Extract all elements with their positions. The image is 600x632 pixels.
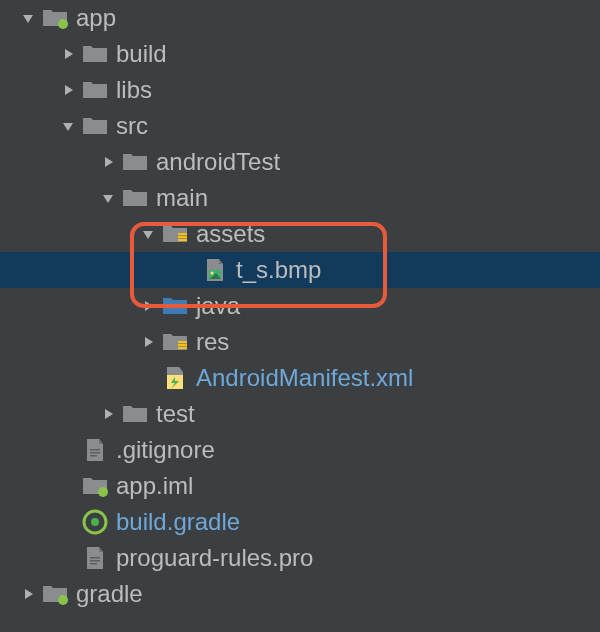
chevron-right-icon[interactable] <box>140 334 156 350</box>
chevron-down-icon[interactable] <box>20 10 36 26</box>
chevron-down-icon[interactable] <box>140 226 156 242</box>
tree-item-java[interactable]: java <box>0 288 600 324</box>
tree-item-libs[interactable]: libs <box>0 72 600 108</box>
tree-item-label: test <box>156 400 195 428</box>
tree-item-label: build <box>116 40 167 68</box>
folder-module-icon <box>42 581 68 607</box>
tree-item-src[interactable]: src <box>0 108 600 144</box>
tree-item-ts-bmp[interactable]: t_s.bmp <box>0 252 600 288</box>
chevron-right-icon[interactable] <box>60 46 76 62</box>
folder-icon <box>82 113 108 139</box>
tree-item-assets[interactable]: assets <box>0 216 600 252</box>
file-icon <box>82 545 108 571</box>
tree-item-label: app <box>76 4 116 32</box>
tree-item-gradle-folder[interactable]: gradle <box>0 576 600 612</box>
tree-item-manifest[interactable]: AndroidManifest.xml <box>0 360 600 396</box>
tree-item-label: proguard-rules.pro <box>116 544 313 572</box>
tree-item-build[interactable]: build <box>0 36 600 72</box>
tree-item-main[interactable]: main <box>0 180 600 216</box>
manifest-file-icon <box>162 365 188 391</box>
tree-item-androidtest[interactable]: androidTest <box>0 144 600 180</box>
module-file-icon <box>82 473 108 499</box>
tree-item-label: assets <box>196 220 265 248</box>
folder-icon <box>122 401 148 427</box>
tree-item-label: androidTest <box>156 148 280 176</box>
tree-item-label: res <box>196 328 229 356</box>
tree-item-label: java <box>196 292 240 320</box>
image-file-icon <box>202 257 228 283</box>
tree-item-label: build.gradle <box>116 508 240 536</box>
tree-item-res[interactable]: res <box>0 324 600 360</box>
tree-item-label: .gitignore <box>116 436 215 464</box>
tree-item-label: gradle <box>76 580 143 608</box>
tree-item-build-gradle[interactable]: build.gradle <box>0 504 600 540</box>
chevron-right-icon[interactable] <box>100 406 116 422</box>
tree-item-label: libs <box>116 76 152 104</box>
folder-icon <box>82 41 108 67</box>
tree-item-label: app.iml <box>116 472 193 500</box>
folder-module-icon <box>42 5 68 31</box>
tree-item-label: AndroidManifest.xml <box>196 364 413 392</box>
folder-icon <box>82 77 108 103</box>
file-icon <box>82 437 108 463</box>
chevron-right-icon[interactable] <box>140 298 156 314</box>
tree-item-proguard[interactable]: proguard-rules.pro <box>0 540 600 576</box>
chevron-right-icon[interactable] <box>60 82 76 98</box>
gradle-icon <box>82 509 108 535</box>
folder-icon <box>122 149 148 175</box>
tree-item-app[interactable]: app <box>0 0 600 36</box>
chevron-right-icon[interactable] <box>100 154 116 170</box>
tree-item-gitignore[interactable]: .gitignore <box>0 432 600 468</box>
folder-source-icon <box>162 293 188 319</box>
chevron-down-icon[interactable] <box>100 190 116 206</box>
tree-item-app-iml[interactable]: app.iml <box>0 468 600 504</box>
tree-item-label: t_s.bmp <box>236 256 321 284</box>
folder-res-icon <box>162 329 188 355</box>
tree-item-test[interactable]: test <box>0 396 600 432</box>
tree-item-label: main <box>156 184 208 212</box>
folder-assets-icon <box>162 221 188 247</box>
tree-item-label: src <box>116 112 148 140</box>
folder-icon <box>122 185 148 211</box>
chevron-down-icon[interactable] <box>60 118 76 134</box>
chevron-right-icon[interactable] <box>20 586 36 602</box>
